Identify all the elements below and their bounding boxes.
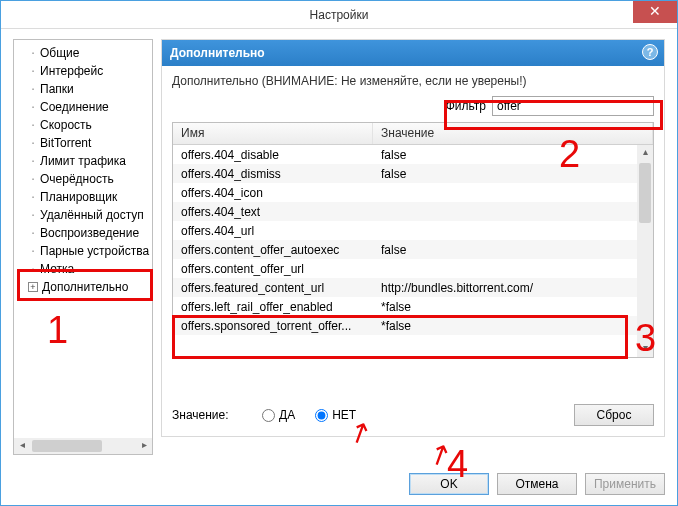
sidebar-item-label: Планировщик: [38, 190, 117, 204]
value-label: Значение:: [172, 408, 242, 422]
cell-name: offers.left_rail_offer_enabled: [173, 300, 373, 314]
table-row[interactable]: offers.404_text: [173, 202, 637, 221]
scroll-up-icon[interactable]: ▴: [637, 145, 653, 161]
tree-connector-icon: ·: [28, 47, 38, 60]
cancel-button[interactable]: Отмена: [497, 473, 577, 495]
apply-button[interactable]: Применить: [585, 473, 665, 495]
cell-value: false: [373, 148, 637, 162]
table-row[interactable]: offers.404_url: [173, 221, 637, 240]
sidebar-item-13[interactable]: +Дополнительно: [18, 278, 152, 296]
cell-name: offers.content_offer_autoexec: [173, 243, 373, 257]
table-row[interactable]: offers.content_offer_autoexecfalse: [173, 240, 637, 259]
sidebar-item-label: Парные устройства: [38, 244, 149, 258]
advanced-warning: Дополнительно (ВНИМАНИЕ: Не изменяйте, е…: [172, 74, 654, 88]
table-row[interactable]: offers.404_dismissfalse: [173, 164, 637, 183]
scroll-down-icon[interactable]: ▾: [637, 341, 653, 357]
sidebar-item-label: Папки: [38, 82, 74, 96]
sidebar-item-label: Дополнительно: [40, 280, 128, 294]
panel-header: Дополнительно ?: [162, 40, 664, 66]
cell-value: false: [373, 243, 637, 257]
sidebar-item-label: BitTorrent: [38, 136, 91, 150]
sidebar-item-label: Скорость: [38, 118, 92, 132]
tree-connector-icon: ·: [28, 263, 38, 276]
cell-name: offers.sponsored_torrent_offer...: [173, 319, 373, 333]
ok-button[interactable]: OK: [409, 473, 489, 495]
tree-connector-icon: ·: [28, 65, 38, 78]
tree-connector-icon: ·: [28, 209, 38, 222]
tree-connector-icon: ·: [28, 119, 38, 132]
table-row[interactable]: offers.sponsored_torrent_offer...*false: [173, 316, 637, 335]
settings-dialog: Настройки ✕ ·Общие·Интерфейс·Папки·Соеди…: [0, 0, 678, 506]
sidebar-item-2[interactable]: ·Папки: [18, 80, 152, 98]
help-icon[interactable]: ?: [642, 44, 658, 60]
sidebar-item-3[interactable]: ·Соединение: [18, 98, 152, 116]
col-name-header[interactable]: Имя: [173, 123, 373, 144]
tree-connector-icon: ·: [28, 173, 38, 186]
tree-connector-icon: ·: [28, 191, 38, 204]
value-editor-row: Значение: ДА НЕТ Сброс: [172, 404, 654, 426]
tree-connector-icon: ·: [28, 227, 38, 240]
sidebar-item-label: Очерёдность: [38, 172, 114, 186]
panel-title: Дополнительно: [170, 46, 265, 60]
settings-table: Имя Значение offers.404_disablefalseoffe…: [172, 122, 654, 358]
tree-connector-icon: ·: [28, 245, 38, 258]
filter-row: Фильтр: [172, 96, 654, 116]
table-row[interactable]: offers.content_offer_url: [173, 259, 637, 278]
sidebar-item-10[interactable]: ·Воспроизведение: [18, 224, 152, 242]
sidebar-item-4[interactable]: ·Скорость: [18, 116, 152, 134]
radio-yes[interactable]: ДА: [262, 408, 295, 422]
table-row[interactable]: offers.404_disablefalse: [173, 145, 637, 164]
sidebar-item-8[interactable]: ·Планировщик: [18, 188, 152, 206]
filter-input[interactable]: [492, 96, 654, 116]
window-title: Настройки: [310, 8, 369, 22]
col-value-header[interactable]: Значение: [373, 123, 653, 144]
scroll-left-icon[interactable]: ◂: [14, 438, 30, 454]
sidebar-hscrollbar[interactable]: ◂ ▸: [14, 438, 152, 454]
cell-name: offers.404_url: [173, 224, 373, 238]
radio-yes-input[interactable]: [262, 409, 275, 422]
tree-connector-icon: ·: [28, 155, 38, 168]
cell-name: offers.featured_content_url: [173, 281, 373, 295]
cell-name: offers.404_text: [173, 205, 373, 219]
table-row[interactable]: offers.404_icon: [173, 183, 637, 202]
vscroll-thumb[interactable]: [639, 163, 651, 223]
table-header: Имя Значение: [173, 123, 653, 145]
tree-connector-icon: ·: [28, 83, 38, 96]
cell-name: offers.404_disable: [173, 148, 373, 162]
reset-button[interactable]: Сброс: [574, 404, 654, 426]
cell-value: *false: [373, 300, 637, 314]
sidebar-item-label: Общие: [38, 46, 79, 60]
sidebar-item-label: Метка: [38, 262, 74, 276]
sidebar-item-6[interactable]: ·Лимит трафика: [18, 152, 152, 170]
sidebar-item-0[interactable]: ·Общие: [18, 44, 152, 62]
sidebar-item-label: Воспроизведение: [38, 226, 139, 240]
sidebar-item-label: Удалённый доступ: [38, 208, 144, 222]
table-row[interactable]: offers.featured_content_urlhttp://bundle…: [173, 278, 637, 297]
close-button[interactable]: ✕: [633, 1, 677, 23]
category-tree[interactable]: ·Общие·Интерфейс·Папки·Соединение·Скорос…: [13, 39, 153, 455]
sidebar-item-1[interactable]: ·Интерфейс: [18, 62, 152, 80]
table-row[interactable]: offers.left_rail_offer_enabled*false: [173, 297, 637, 316]
sidebar-item-5[interactable]: ·BitTorrent: [18, 134, 152, 152]
close-icon: ✕: [649, 3, 661, 19]
cell-value: http://bundles.bittorrent.com/: [373, 281, 637, 295]
tree-connector-icon: ·: [28, 101, 38, 114]
expand-icon[interactable]: +: [28, 282, 38, 292]
tree-connector-icon: ·: [28, 137, 38, 150]
sidebar-item-9[interactable]: ·Удалённый доступ: [18, 206, 152, 224]
sidebar-item-12[interactable]: ·Метка: [18, 260, 152, 278]
sidebar-item-label: Интерфейс: [38, 64, 103, 78]
dialog-client: ·Общие·Интерфейс·Папки·Соединение·Скорос…: [1, 29, 677, 505]
cell-value: false: [373, 167, 637, 181]
table-vscrollbar[interactable]: ▴ ▾: [637, 145, 653, 357]
filter-label: Фильтр: [446, 99, 486, 113]
scroll-right-icon[interactable]: ▸: [136, 438, 152, 454]
cell-value: *false: [373, 319, 637, 333]
radio-no-input[interactable]: [315, 409, 328, 422]
radio-no[interactable]: НЕТ: [315, 408, 356, 422]
sidebar-item-label: Соединение: [38, 100, 109, 114]
sidebar-item-7[interactable]: ·Очерёдность: [18, 170, 152, 188]
titlebar: Настройки ✕: [1, 1, 677, 29]
scroll-thumb[interactable]: [32, 440, 102, 452]
sidebar-item-11[interactable]: ·Парные устройства: [18, 242, 152, 260]
